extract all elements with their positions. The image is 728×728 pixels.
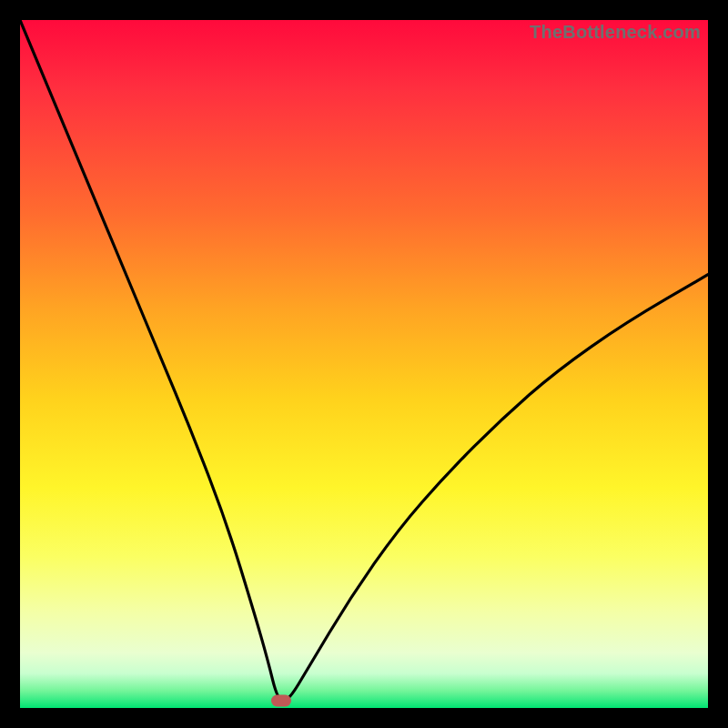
bottleneck-curve: [20, 20, 708, 708]
curve-path: [20, 20, 708, 701]
plot-area: TheBottleneck.com: [20, 20, 708, 708]
chart-frame: TheBottleneck.com: [0, 0, 728, 728]
optimal-marker: [271, 695, 291, 707]
